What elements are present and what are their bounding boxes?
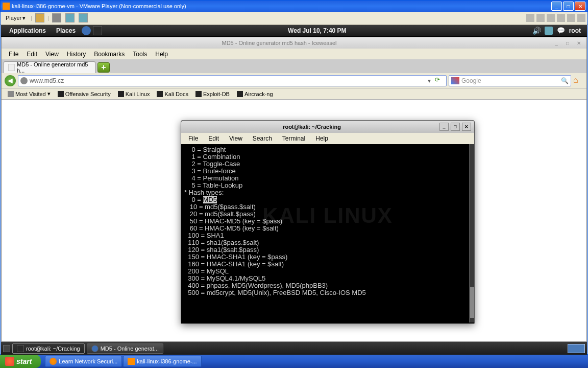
url-text: www.md5.cz (30, 77, 428, 84)
vmware-toolbar-btn-4[interactable] (79, 13, 88, 22)
start-button[interactable]: start (0, 355, 41, 368)
vmware-titlebar[interactable]: kali-linux-i386-gnome-vm - VMware Player… (1, 1, 587, 12)
terminal-line: 4 = Permutation (184, 175, 471, 182)
terminal-output[interactable]: KALI LINUX 0 = Straight 1 = Combination … (181, 144, 474, 324)
vmware-close-button[interactable]: ✕ (575, 2, 585, 11)
bookmark-kali-linux[interactable]: Kali Linux (115, 90, 153, 98)
vmware-window: kali-linux-i386-gnome-vm - VMware Player… (0, 0, 588, 355)
terminal-title: root@kali: ~/Cracking (184, 124, 439, 130)
menu-view[interactable]: View (41, 50, 63, 59)
terminal-line: 110 = sha1($pass.$salt) (184, 239, 471, 246)
vmware-toolbar-btn-2[interactable] (52, 13, 61, 22)
terminal-window[interactable]: root@kali: ~/Cracking _ □ ✕ File Edit Vi… (181, 120, 475, 324)
bookmark-offensive-security[interactable]: Offensive Security (55, 90, 114, 98)
search-bar[interactable]: Google 🔍 (449, 75, 571, 86)
terminal-close-button[interactable]: ✕ (462, 123, 471, 131)
terminal-line: * Hash types: (184, 189, 471, 196)
url-dropdown-icon[interactable]: ▾ (428, 77, 435, 84)
vmware-toolbar-btn-1[interactable] (35, 13, 44, 22)
google-search-icon[interactable] (451, 77, 459, 84)
terminal-line: 1 = Combination (184, 153, 471, 160)
reload-button[interactable]: ⟳ (435, 76, 444, 85)
volume-icon[interactable] (532, 27, 541, 35)
vmware-status-icon (526, 14, 534, 22)
search-glass-icon[interactable]: 🔍 (561, 77, 569, 84)
bookmark-most-visited[interactable]: Most Visited▾ (5, 89, 54, 98)
terminal-line: 400 = phpass, MD5(Wordpress), MD5(phpBB3… (184, 282, 471, 289)
vmware-status-icon (536, 14, 545, 22)
vmware-title: kali-linux-i386-gnome-vm - VMware Player… (12, 3, 551, 9)
vmware-icon (3, 3, 10, 10)
vmware-player-menu[interactable]: Player ▾ (3, 14, 29, 22)
terminal-line: 3 = Brute-force (184, 168, 471, 175)
workspace-switcher[interactable] (568, 344, 585, 353)
terminal-line: 120 = sha1($salt.$pass) (184, 246, 471, 254)
network-icon[interactable] (545, 27, 553, 35)
tab-label: MD5 - Online generator md5 h... (17, 61, 91, 74)
xp-task-firefox[interactable]: Learn Network Securi... (45, 356, 122, 367)
search-placeholder: Google (461, 77, 561, 84)
notification-icon[interactable] (557, 27, 565, 35)
menu-help[interactable]: Help (151, 50, 172, 59)
kali-desktop: Applications Places Wed Jul 10, 7:40 PM … (1, 25, 587, 355)
vmware-status-icon (567, 14, 575, 22)
terminal-min-button[interactable]: _ (439, 123, 449, 131)
term-menu-help[interactable]: Help (310, 134, 333, 143)
term-menu-view[interactable]: View (224, 134, 248, 143)
user-menu[interactable]: root (569, 27, 581, 34)
term-menu-file[interactable]: File (183, 134, 203, 143)
kali-bottom-panel: root@kali: ~/Cracking MD5 - Online gener… (1, 342, 587, 355)
menu-tools[interactable]: Tools (129, 50, 151, 59)
firefox-tabbar: MD5 - Online generator md5 h... + (2, 60, 586, 73)
firefox-task-icon (91, 345, 99, 352)
terminal-line: 60 = HMAC-MD5 (key = $salt) (184, 225, 471, 232)
firefox-titlebar[interactable]: MD5 - Online generator md5 hash - Icewea… (2, 37, 586, 49)
term-menu-search[interactable]: Search (248, 134, 277, 143)
places-menu[interactable]: Places (52, 26, 80, 35)
bookmarks-toolbar: Most Visited▾ Offensive Security Kali Li… (2, 88, 586, 100)
firefox-navbar: ◄ www.md5.cz ▾ ⟳ Google 🔍 ⌂ (2, 73, 586, 88)
terminal-line: 150 = HMAC-SHA1 (key = $pass) (184, 254, 471, 261)
bookmark-aircrack[interactable]: Aircrack-ng (234, 90, 276, 98)
terminal-line: 200 = MySQL (184, 268, 471, 275)
firefox-close-button[interactable]: ✕ (575, 39, 582, 47)
firefox-max-button[interactable]: □ (564, 39, 571, 47)
terminal-line: 50 = HMAC-MD5 (key = $pass) (184, 218, 471, 225)
taskbar-firefox[interactable]: MD5 - Online generat... (87, 343, 163, 354)
browser-tab[interactable]: MD5 - Online generator md5 h... (4, 61, 95, 73)
home-button[interactable]: ⌂ (573, 76, 583, 86)
taskbar-terminal[interactable]: root@kali: ~/Cracking (12, 343, 85, 354)
term-menu-edit[interactable]: Edit (203, 134, 224, 143)
vmware-toolbar: Player ▾ | | (1, 12, 587, 25)
clock[interactable]: Wed Jul 10, 7:40 PM (102, 27, 532, 34)
bookmark-exploit-db[interactable]: Exploit-DB (192, 90, 233, 98)
term-menu-terminal[interactable]: Terminal (277, 134, 310, 143)
menu-history[interactable]: History (63, 50, 90, 59)
windows-logo-icon (5, 357, 14, 366)
vmware-toolbar-btn-3[interactable] (65, 13, 75, 22)
menu-file[interactable]: File (5, 50, 22, 59)
firefox-menubar: File Edit View History Bookmarks Tools H… (2, 49, 586, 60)
terminal-launcher-icon[interactable] (93, 26, 102, 35)
firefox-icon (50, 358, 57, 365)
vmware-min-button[interactable]: _ (551, 2, 562, 11)
terminal-max-button[interactable]: □ (451, 123, 460, 131)
firefox-min-button[interactable]: _ (553, 39, 560, 47)
new-tab-button[interactable]: + (97, 62, 110, 73)
url-bar[interactable]: www.md5.cz ▾ ⟳ (18, 75, 447, 86)
show-desktop-button[interactable] (3, 345, 10, 352)
site-identity-icon[interactable] (20, 77, 28, 84)
vmware-status-icon (547, 14, 555, 22)
back-button[interactable]: ◄ (5, 75, 16, 86)
menu-bookmarks[interactable]: Bookmarks (90, 50, 129, 59)
menu-edit[interactable]: Edit (22, 50, 41, 59)
vmware-task-icon (128, 358, 135, 365)
vmware-max-button[interactable]: □ (563, 2, 574, 11)
applications-menu[interactable]: Applications (5, 26, 50, 35)
iceweasel-launcher-icon[interactable] (82, 26, 91, 35)
xp-task-vmware[interactable]: kali-linux-i386-gnome-... (123, 356, 201, 367)
terminal-titlebar[interactable]: root@kali: ~/Cracking _ □ ✕ (181, 121, 474, 133)
terminal-selection: MD5 (203, 196, 217, 203)
kali-top-panel: Applications Places Wed Jul 10, 7:40 PM … (1, 25, 587, 37)
bookmark-kali-docs[interactable]: Kali Docs (154, 90, 191, 98)
